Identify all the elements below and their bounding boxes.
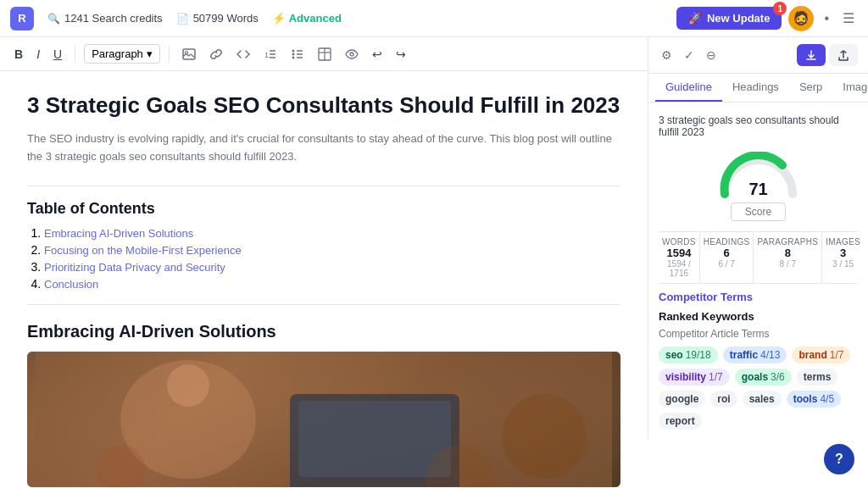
- keyword-count-traffic: 4/13: [760, 349, 780, 361]
- svg-point-23: [502, 394, 587, 479]
- top-bar-left: R 🔍 1241 Search credits 📄 50799 Words ⚡ …: [10, 7, 663, 30]
- keyword-word-brand: brand: [798, 349, 826, 361]
- editor-content[interactable]: 3 Strategic Goals SEO Consultants Should…: [0, 71, 648, 488]
- ordered-list-button[interactable]: 1.: [259, 45, 281, 64]
- keyword-word-goals: goals: [742, 371, 768, 383]
- tab-headings[interactable]: Headings: [722, 74, 789, 102]
- settings-icon-button[interactable]: ⚙: [659, 46, 675, 64]
- keyword-tag-roi[interactable]: roi: [710, 391, 737, 408]
- new-update-button[interactable]: 🚀 New Update 1: [676, 7, 782, 30]
- paragraph-select[interactable]: Paragraph ▾: [84, 44, 160, 64]
- score-number: 71: [748, 180, 767, 199]
- toc-link-4[interactable]: Conclusion: [44, 278, 98, 291]
- words-stat-sub: 1594 / 1716: [662, 259, 696, 278]
- publish-button[interactable]: [797, 44, 826, 66]
- keyword-tag-visibility[interactable]: visibility 1/7: [659, 369, 730, 385]
- tab-serp[interactable]: Serp: [789, 74, 832, 102]
- image-button[interactable]: [178, 45, 200, 64]
- toc-item-3: Prioritizing Data Privacy and Security: [44, 260, 620, 274]
- paragraphs-stat-sub: 8 / 7: [757, 259, 818, 269]
- right-panel-wrapper: ⚙ ✓ ⊖ Guideline Headings Serp: [648, 37, 868, 488]
- keyword-word-tools: tools: [793, 393, 818, 405]
- query-text: 3 strategic goals seo consultants should…: [659, 111, 858, 141]
- words-value: 50799 Words: [193, 12, 259, 25]
- search-credits-stat: 🔍 1241 Search credits: [47, 12, 163, 25]
- image-svg: [27, 352, 620, 487]
- keyword-tags-container: seo 19/18 traffic 4/13 brand 1/7: [659, 347, 858, 430]
- advanced-label: Advanced: [289, 12, 342, 25]
- keyword-tag-seo[interactable]: seo 19/18: [659, 347, 718, 363]
- italic-button[interactable]: I: [32, 45, 44, 64]
- competitor-terms-section: Competitor Terms Ranked Keywords Competi…: [659, 291, 858, 430]
- competitor-terms-heading[interactable]: Competitor Terms: [659, 291, 858, 303]
- minus-circle-icon-button[interactable]: ⊖: [704, 46, 719, 64]
- keyword-word-terms: terms: [804, 371, 832, 383]
- keyword-word-visibility: visibility: [665, 371, 706, 383]
- code-button[interactable]: [232, 45, 254, 64]
- keyword-count-brand: 1/7: [830, 349, 844, 361]
- tab-images[interactable]: Images: [832, 74, 868, 102]
- images-stat-label: IMAGES: [826, 237, 860, 247]
- keyword-word-roi: roi: [717, 393, 730, 405]
- user-avatar[interactable]: 🧔: [788, 6, 814, 31]
- preview-button[interactable]: [341, 45, 363, 64]
- editor-toolbar: B I U Paragraph ▾: [0, 37, 648, 71]
- svg-point-1: [185, 51, 187, 53]
- panel-settings-icons: ⚙ ✓ ⊖: [659, 46, 719, 64]
- table-button[interactable]: [314, 45, 336, 64]
- stats-row: WORDS 1594 1594 / 1716 HEADINGS 6 6 / 7 …: [659, 231, 858, 284]
- toc-item-1: Embracing AI-Driven Solutions: [44, 226, 620, 240]
- content-divider-2: [27, 304, 620, 305]
- dot-menu-button[interactable]: •: [821, 8, 832, 30]
- keyword-tag-terms[interactable]: terms: [797, 369, 838, 385]
- keyword-count-seo: 19/18: [686, 349, 711, 361]
- keyword-tag-google[interactable]: google: [659, 391, 705, 408]
- section1-image: [27, 352, 620, 487]
- tab-guideline[interactable]: Guideline: [655, 74, 722, 102]
- new-update-label: New Update: [707, 12, 770, 25]
- link-button[interactable]: [205, 45, 227, 64]
- toc-list: Embracing AI-Driven Solutions Focusing o…: [27, 226, 620, 291]
- toc-link-1[interactable]: Embracing AI-Driven Solutions: [44, 227, 193, 240]
- images-stat-num: 3: [826, 247, 860, 259]
- advanced-icon: ⚡: [272, 12, 286, 25]
- svg-point-15: [350, 53, 353, 56]
- keyword-tag-brand[interactable]: brand 1/7: [792, 347, 850, 363]
- rocket-icon: 🚀: [688, 12, 702, 25]
- keyword-tag-sales[interactable]: sales: [743, 391, 782, 408]
- keyword-tag-traffic[interactable]: traffic 4/13: [723, 347, 787, 363]
- keyword-word-seo: seo: [665, 349, 683, 361]
- panel-top-bar: ⚙ ✓ ⊖: [648, 37, 868, 74]
- keyword-word-report: report: [665, 415, 695, 427]
- image-placeholder: [27, 352, 620, 487]
- score-gauge: 71: [716, 152, 801, 199]
- paragraphs-stat-num: 8: [757, 247, 818, 259]
- toolbar-divider-1: [75, 46, 75, 63]
- images-stat-cell: IMAGES 3 3 / 15: [822, 232, 864, 283]
- score-label-button[interactable]: Score: [731, 202, 786, 221]
- headings-stat-num: 6: [704, 247, 750, 259]
- keyword-tag-goals[interactable]: goals 3/6: [735, 369, 792, 385]
- keyword-tag-report[interactable]: report: [659, 413, 702, 430]
- toc-link-2[interactable]: Focusing on the Mobile-First Experience: [44, 244, 242, 257]
- keyword-count-visibility: 1/7: [709, 371, 723, 383]
- unordered-list-button[interactable]: [287, 45, 309, 64]
- toc-item-4: Conclusion: [44, 277, 620, 291]
- table-of-contents: Table of Contents Embracing AI-Driven So…: [27, 200, 620, 291]
- help-button[interactable]: ?: [824, 444, 854, 474]
- panel-action-buttons: [797, 44, 858, 66]
- keyword-tag-tools[interactable]: tools 4/5: [787, 391, 841, 408]
- check-icon-button[interactable]: ✓: [682, 46, 697, 64]
- undo-button[interactable]: ↩: [368, 45, 387, 64]
- redo-button[interactable]: ↪: [392, 45, 410, 64]
- share-button[interactable]: [829, 44, 858, 66]
- paragraph-label: Paragraph: [92, 47, 143, 60]
- hamburger-menu-button[interactable]: ☰: [839, 7, 858, 30]
- bold-button[interactable]: B: [10, 45, 27, 64]
- top-bar: R 🔍 1241 Search credits 📄 50799 Words ⚡ …: [0, 0, 868, 37]
- toc-link-3[interactable]: Prioritizing Data Privacy and Security: [44, 261, 225, 274]
- underline-button[interactable]: U: [49, 45, 66, 64]
- svg-rect-20: [298, 401, 451, 477]
- advanced-badge[interactable]: ⚡ Advanced: [272, 12, 342, 25]
- headings-stat-label: HEADINGS: [704, 237, 750, 247]
